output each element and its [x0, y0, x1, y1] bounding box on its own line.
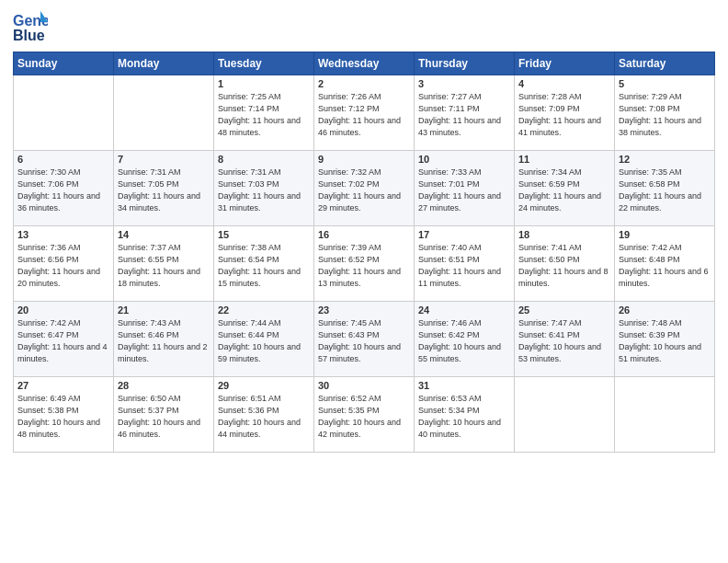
day-number: 16 [318, 229, 410, 240]
day-info: Sunrise: 7:44 AM Sunset: 6:44 PM Dayligh… [218, 317, 310, 365]
table-row: 9Sunrise: 7:32 AM Sunset: 7:02 PM Daylig… [314, 151, 415, 226]
col-monday: Monday [114, 52, 214, 75]
table-row: 29Sunrise: 6:51 AM Sunset: 5:36 PM Dayli… [214, 377, 314, 453]
day-info: Sunrise: 7:48 AM Sunset: 6:39 PM Dayligh… [619, 317, 711, 365]
day-info: Sunrise: 7:38 AM Sunset: 6:54 PM Dayligh… [218, 242, 310, 290]
day-info: Sunrise: 7:32 AM Sunset: 7:02 PM Dayligh… [318, 167, 410, 214]
day-number: 21 [118, 304, 210, 316]
day-info: Sunrise: 7:36 AM Sunset: 6:56 PM Dayligh… [17, 242, 109, 290]
day-info: Sunrise: 7:41 AM Sunset: 6:50 PM Dayligh… [518, 242, 610, 290]
table-row: 26Sunrise: 7:48 AM Sunset: 6:39 PM Dayli… [615, 302, 715, 377]
col-sunday: Sunday [14, 52, 114, 75]
table-row: 14Sunrise: 7:37 AM Sunset: 6:55 PM Dayli… [114, 226, 214, 302]
col-thursday: Thursday [415, 52, 515, 75]
table-row: 18Sunrise: 7:41 AM Sunset: 6:50 PM Dayli… [515, 226, 615, 302]
table-row: 15Sunrise: 7:38 AM Sunset: 6:54 PM Dayli… [214, 226, 314, 302]
table-row: 17Sunrise: 7:40 AM Sunset: 6:51 PM Dayli… [415, 226, 515, 302]
table-row: 28Sunrise: 6:50 AM Sunset: 5:37 PM Dayli… [114, 377, 214, 453]
table-row: 21Sunrise: 7:43 AM Sunset: 6:46 PM Dayli… [114, 302, 214, 377]
table-row [14, 75, 114, 151]
day-info: Sunrise: 6:49 AM Sunset: 5:38 PM Dayligh… [17, 393, 109, 441]
table-row [114, 75, 214, 151]
day-number: 9 [318, 154, 410, 165]
page: General Blue Sunday Monday Tuesday Wedne… [0, 0, 728, 563]
table-row: 22Sunrise: 7:44 AM Sunset: 6:44 PM Dayli… [214, 302, 314, 377]
table-row: 20Sunrise: 7:42 AM Sunset: 6:47 PM Dayli… [14, 302, 114, 377]
header: General Blue [13, 9, 715, 44]
day-number: 12 [619, 154, 711, 165]
day-number: 13 [17, 229, 109, 240]
day-info: Sunrise: 7:27 AM Sunset: 7:11 PM Dayligh… [418, 91, 510, 139]
day-number: 15 [218, 229, 310, 240]
calendar-week-row: 20Sunrise: 7:42 AM Sunset: 6:47 PM Dayli… [14, 302, 715, 377]
calendar-week-row: 27Sunrise: 6:49 AM Sunset: 5:38 PM Dayli… [14, 377, 715, 453]
table-row: 3Sunrise: 7:27 AM Sunset: 7:11 PM Daylig… [415, 75, 515, 151]
day-info: Sunrise: 7:46 AM Sunset: 6:42 PM Dayligh… [418, 317, 510, 365]
logo: General Blue [13, 9, 48, 44]
day-number: 7 [118, 154, 210, 165]
day-info: Sunrise: 7:40 AM Sunset: 6:51 PM Dayligh… [418, 242, 510, 290]
table-row: 5Sunrise: 7:29 AM Sunset: 7:08 PM Daylig… [615, 75, 715, 151]
day-info: Sunrise: 7:31 AM Sunset: 7:05 PM Dayligh… [118, 167, 210, 214]
day-number: 27 [17, 380, 109, 391]
col-saturday: Saturday [615, 52, 715, 75]
day-info: Sunrise: 7:33 AM Sunset: 7:01 PM Dayligh… [418, 167, 510, 214]
day-info: Sunrise: 6:53 AM Sunset: 5:34 PM Dayligh… [418, 393, 510, 441]
day-info: Sunrise: 7:28 AM Sunset: 7:09 PM Dayligh… [518, 91, 610, 139]
table-row: 12Sunrise: 7:35 AM Sunset: 6:58 PM Dayli… [615, 151, 715, 226]
table-row: 11Sunrise: 7:34 AM Sunset: 6:59 PM Dayli… [515, 151, 615, 226]
table-row: 7Sunrise: 7:31 AM Sunset: 7:05 PM Daylig… [114, 151, 214, 226]
table-row: 1Sunrise: 7:25 AM Sunset: 7:14 PM Daylig… [214, 75, 314, 151]
day-info: Sunrise: 7:39 AM Sunset: 6:52 PM Dayligh… [318, 242, 410, 290]
day-info: Sunrise: 7:34 AM Sunset: 6:59 PM Dayligh… [518, 167, 610, 214]
day-info: Sunrise: 7:45 AM Sunset: 6:43 PM Dayligh… [318, 317, 410, 365]
table-row: 24Sunrise: 7:46 AM Sunset: 6:42 PM Dayli… [415, 302, 515, 377]
day-number: 23 [318, 304, 410, 316]
day-info: Sunrise: 7:42 AM Sunset: 6:47 PM Dayligh… [17, 317, 109, 365]
logo-icon: General Blue [13, 9, 48, 44]
day-info: Sunrise: 7:29 AM Sunset: 7:08 PM Dayligh… [619, 91, 711, 139]
table-row: 13Sunrise: 7:36 AM Sunset: 6:56 PM Dayli… [14, 226, 114, 302]
day-number: 6 [17, 154, 109, 165]
table-row: 16Sunrise: 7:39 AM Sunset: 6:52 PM Dayli… [314, 226, 415, 302]
table-row: 31Sunrise: 6:53 AM Sunset: 5:34 PM Dayli… [415, 377, 515, 453]
day-number: 14 [118, 229, 210, 240]
day-info: Sunrise: 6:52 AM Sunset: 5:35 PM Dayligh… [318, 393, 410, 441]
day-info: Sunrise: 6:51 AM Sunset: 5:36 PM Dayligh… [218, 393, 310, 441]
col-tuesday: Tuesday [214, 52, 314, 75]
day-number: 20 [17, 304, 109, 316]
day-number: 18 [518, 229, 610, 240]
day-info: Sunrise: 6:50 AM Sunset: 5:37 PM Dayligh… [118, 393, 210, 441]
table-row: 25Sunrise: 7:47 AM Sunset: 6:41 PM Dayli… [515, 302, 615, 377]
day-info: Sunrise: 7:42 AM Sunset: 6:48 PM Dayligh… [619, 242, 711, 290]
table-row: 23Sunrise: 7:45 AM Sunset: 6:43 PM Dayli… [314, 302, 415, 377]
day-number: 4 [518, 78, 610, 89]
table-row: 6Sunrise: 7:30 AM Sunset: 7:06 PM Daylig… [14, 151, 114, 226]
table-row: 8Sunrise: 7:31 AM Sunset: 7:03 PM Daylig… [214, 151, 314, 226]
day-number: 10 [418, 154, 510, 165]
day-number: 17 [418, 229, 510, 240]
table-row [615, 377, 715, 453]
col-wednesday: Wednesday [314, 52, 415, 75]
day-number: 31 [418, 380, 510, 391]
svg-text:Blue: Blue [13, 28, 45, 43]
table-row [515, 377, 615, 453]
day-info: Sunrise: 7:35 AM Sunset: 6:58 PM Dayligh… [619, 167, 711, 214]
day-info: Sunrise: 7:43 AM Sunset: 6:46 PM Dayligh… [118, 317, 210, 365]
day-number: 28 [118, 380, 210, 391]
day-info: Sunrise: 7:37 AM Sunset: 6:55 PM Dayligh… [118, 242, 210, 290]
day-info: Sunrise: 7:30 AM Sunset: 7:06 PM Dayligh… [17, 167, 109, 214]
table-row: 2Sunrise: 7:26 AM Sunset: 7:12 PM Daylig… [314, 75, 415, 151]
day-number: 25 [518, 304, 610, 316]
day-number: 8 [218, 154, 310, 165]
day-number: 3 [418, 78, 510, 89]
table-row: 30Sunrise: 6:52 AM Sunset: 5:35 PM Dayli… [314, 377, 415, 453]
day-info: Sunrise: 7:31 AM Sunset: 7:03 PM Dayligh… [218, 167, 310, 214]
day-number: 11 [518, 154, 610, 165]
day-number: 5 [619, 78, 711, 89]
calendar-header-row: Sunday Monday Tuesday Wednesday Thursday… [14, 52, 715, 75]
calendar-week-row: 6Sunrise: 7:30 AM Sunset: 7:06 PM Daylig… [14, 151, 715, 226]
calendar-table: Sunday Monday Tuesday Wednesday Thursday… [13, 52, 715, 453]
calendar-week-row: 13Sunrise: 7:36 AM Sunset: 6:56 PM Dayli… [14, 226, 715, 302]
day-number: 1 [218, 78, 310, 89]
